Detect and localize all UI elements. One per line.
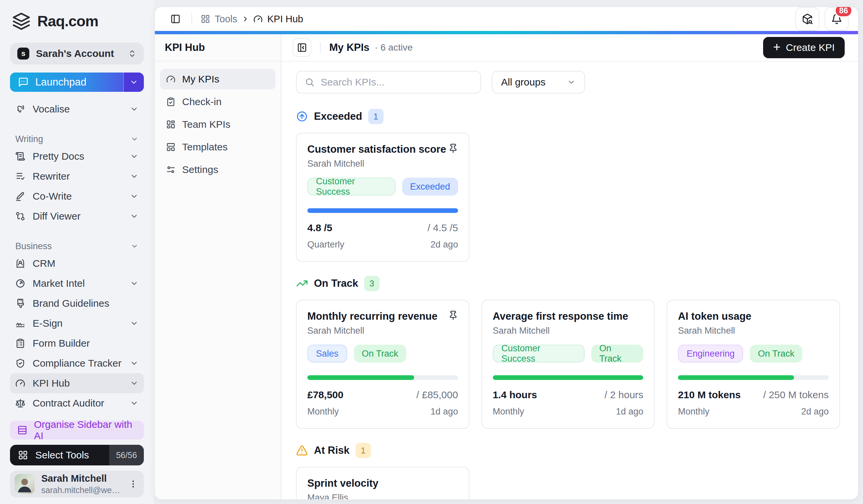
brand-name: Raq.com xyxy=(37,13,98,30)
sidebar-item-diff-viewer[interactable]: Diff Viewer xyxy=(10,206,144,226)
sidebar-item-market-intel[interactable]: Market Intel xyxy=(10,273,144,294)
kpi-updated: 2d ago xyxy=(430,240,458,250)
chevron-down-icon[interactable] xyxy=(130,192,138,201)
search-kpis-box[interactable] xyxy=(296,71,481,93)
sidebar-section-business[interactable]: Business xyxy=(10,239,144,254)
triangle-alert-icon xyxy=(296,444,308,456)
sidebar-item-kpi-hub[interactable]: KPI Hub xyxy=(10,373,144,393)
chevron-down-icon[interactable] xyxy=(130,379,138,388)
select-tools-label: Select Tools xyxy=(35,450,89,461)
groups-filter-select[interactable]: All groups xyxy=(492,71,585,93)
sidebar-item-brand-guidelines[interactable]: Brand Guidelines xyxy=(10,294,144,313)
kpi-value: 4.8 /5 xyxy=(307,222,332,234)
chevron-down-icon[interactable] xyxy=(130,135,138,143)
breadcrumb-current-label: KPI Hub xyxy=(267,14,303,25)
account-switcher[interactable]: s Sarah's Account xyxy=(10,42,144,65)
layout-grid-icon xyxy=(201,14,210,24)
kpi-card-customer-satisfaction[interactable]: Customer satisfaction score Sarah Mitche… xyxy=(296,133,470,262)
sidebar-item-pretty-docs[interactable]: Pretty Docs xyxy=(10,146,144,166)
sidebar-item-rewriter[interactable]: Rewriter xyxy=(10,166,144,186)
subnav-item-settings[interactable]: Settings xyxy=(160,159,275,180)
search-kpis-input[interactable] xyxy=(321,77,473,88)
chevron-down-icon[interactable] xyxy=(130,152,138,161)
subnav-item-team-kpis[interactable]: Team KPIs xyxy=(160,114,275,135)
create-kpi-button[interactable]: + Create KPI xyxy=(763,37,845,58)
launchpad-main[interactable]: Launchpad xyxy=(10,73,123,92)
select-tools-button[interactable]: Select Tools 56/56 xyxy=(10,445,144,465)
progress-track xyxy=(307,208,458,213)
launchpad-dropdown-toggle[interactable] xyxy=(123,73,144,92)
scale-icon xyxy=(15,398,25,408)
sidebar-item-label: CRM xyxy=(33,258,138,269)
status-tag: On Track xyxy=(354,345,407,363)
pin-icon[interactable] xyxy=(448,310,458,320)
sidebar-item-compliance-tracker[interactable]: Compliance Tracker xyxy=(10,353,144,373)
subnav-item-templates[interactable]: Templates xyxy=(160,137,275,157)
kpi-owner: Sarah Mitchell xyxy=(307,326,458,336)
select-tools-main[interactable]: Select Tools xyxy=(10,445,109,465)
organise-sidebar-ai-button[interactable]: Organise Sidebar with AI xyxy=(10,421,144,439)
app-sidebar: Raq.com s Sarah's Account Launchpad Voca… xyxy=(0,0,154,504)
chevron-down-icon xyxy=(129,78,138,87)
subnav-item-my-kpis[interactable]: My KPIs xyxy=(160,69,275,90)
user-name: Sarah Mitchell xyxy=(41,473,122,484)
sidebar-item-co-write[interactable]: Co-Write xyxy=(10,186,144,206)
notifications-button[interactable]: 86 xyxy=(825,7,849,31)
chevron-down-icon[interactable] xyxy=(130,212,138,221)
status-tag: On Track xyxy=(750,345,802,363)
user-profile-card[interactable]: Sarah Mitchell sarah.mitchell@westbur... xyxy=(10,471,144,497)
kpi-updated: 1d ago xyxy=(430,406,458,417)
sidebar-item-e-sign[interactable]: E-Sign xyxy=(10,313,144,333)
breadcrumb-tools[interactable]: Tools xyxy=(201,14,237,25)
chevron-down-icon[interactable] xyxy=(130,399,138,408)
shield-check-icon xyxy=(15,358,25,368)
empty-grid-cell xyxy=(666,467,840,499)
group-tag: Customer Success xyxy=(493,345,585,363)
page-title: My KPIs xyxy=(329,42,370,54)
chevron-down-icon[interactable] xyxy=(130,242,138,250)
kpi-target: / 4.5 /5 xyxy=(427,222,458,234)
chevron-down-icon[interactable] xyxy=(130,105,138,114)
package-search-icon xyxy=(802,13,813,25)
pin-icon[interactable] xyxy=(448,143,458,153)
radar-icon xyxy=(15,279,25,288)
sidebar-item-label: Pretty Docs xyxy=(33,151,123,162)
scroll-text-icon xyxy=(15,151,25,161)
chevron-down-icon[interactable] xyxy=(130,359,138,367)
kpi-value: 1.4 hours xyxy=(493,389,537,401)
kpi-target: / £85,000 xyxy=(416,389,458,401)
kpi-card-ai-token-usage[interactable]: AI token usage Sarah Mitchell Engineerin… xyxy=(666,300,840,429)
more-vertical-icon xyxy=(128,479,138,489)
content-scroll-area: All groups Exceeded 1 Customer satisfact… xyxy=(282,62,858,499)
kpi-card-sprint-velocity[interactable]: Sprint velocity Maya Ellis Engineering A… xyxy=(296,467,470,499)
chevron-down-icon[interactable] xyxy=(130,279,138,288)
signature-icon xyxy=(15,318,25,328)
chevron-down-icon[interactable] xyxy=(130,172,138,181)
content-header: My KPIs · 6 active + Create KPI xyxy=(282,34,858,62)
sidebar-item-label: E-Sign xyxy=(33,318,123,329)
sidebar-item-label: Diff Viewer xyxy=(33,210,123,222)
sidebar-item-crm[interactable]: CRM xyxy=(10,254,144,273)
subnav-item-label: Settings xyxy=(182,164,218,175)
section-label: Business xyxy=(15,241,130,251)
sidebar-nav: Vocalise Writing Pretty Docs Rewriter Co… xyxy=(10,99,144,413)
sidebar-toggle-button[interactable] xyxy=(168,12,183,26)
package-search-button[interactable] xyxy=(796,7,820,31)
sidebar-section-writing[interactable]: Writing xyxy=(10,132,144,146)
brand-logo-layers-icon xyxy=(12,12,30,30)
kpi-cadence: Quarterly xyxy=(307,240,344,250)
collapse-panel-button[interactable] xyxy=(293,38,311,57)
sidebar-item-form-builder[interactable]: Form Builder xyxy=(10,333,144,353)
kpi-card-average-first-response-time[interactable]: Average first response time Sarah Mitche… xyxy=(481,300,655,429)
chevron-down-icon[interactable] xyxy=(130,319,138,328)
launchpad-button[interactable]: Launchpad xyxy=(10,73,144,92)
speech-icon xyxy=(15,104,25,114)
message-square-more-icon xyxy=(18,77,29,88)
user-menu-button[interactable] xyxy=(128,479,138,489)
progress-track xyxy=(493,375,643,380)
kpi-card-monthly-recurring-revenue[interactable]: Monthly recurring revenue Sarah Mitchell… xyxy=(296,300,470,429)
sidebar-item-vocalise[interactable]: Vocalise xyxy=(10,99,144,119)
subnav-item-check-in[interactable]: Check-in xyxy=(160,91,275,112)
sidebar-item-contract-auditor[interactable]: Contract Auditor xyxy=(10,393,144,413)
section-title: Exceeded xyxy=(314,111,362,122)
